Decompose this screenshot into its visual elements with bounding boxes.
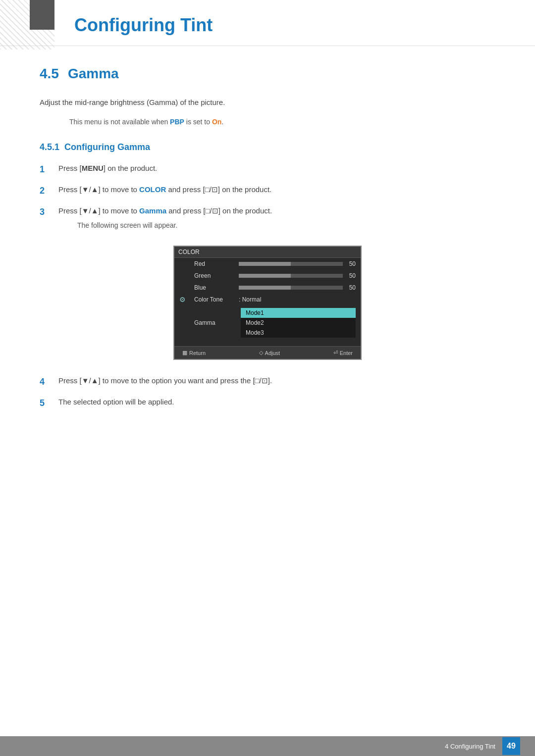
step-1-text: Press [MENU] on the product.	[58, 162, 495, 174]
subsection-heading: 4.5.1 Configuring Gamma	[40, 142, 495, 152]
return-label: Return	[189, 350, 206, 356]
main-content: 4.5Gamma Adjust the mid-range brightness…	[0, 56, 535, 460]
note-prefix: This menu is not available when	[69, 118, 170, 126]
step-2-number: 2	[40, 184, 54, 198]
settings-icon: ⚙	[179, 296, 186, 303]
monitor-bar-green-fill	[239, 274, 291, 278]
steps-after-list: 4 Press [▼/▲] to move to the option you …	[40, 375, 495, 410]
monitor-bar-blue-fill	[239, 286, 291, 290]
step-5-text: The selected option will be applied.	[58, 396, 495, 408]
step-2-text: Press [▼/▲] to move to COLOR and press […	[58, 184, 495, 196]
subsection-title: Configuring Gamma	[64, 142, 150, 152]
step-1: 1 Press [MENU] on the product.	[40, 162, 495, 177]
step-4-text: Press [▼/▲] to move to the option you wa…	[58, 375, 495, 387]
monitor-row-colortone: ⚙ Color Tone : Normal	[174, 294, 361, 305]
note-on: On	[212, 118, 221, 126]
step-5: 5 The selected option will be applied.	[40, 396, 495, 410]
monitor-dropdown-mode1: Mode1	[241, 308, 356, 318]
monitor-label-red: Red	[194, 260, 239, 267]
steps-list: 1 Press [MENU] on the product. 2 Press […	[40, 162, 495, 236]
monitor-title-bar: COLOR	[174, 247, 361, 258]
monitor-row-gamma: Gamma Mode1 Mode2 Mode3	[174, 305, 361, 340]
monitor-bar-green-num: 50	[346, 272, 356, 279]
section-number: 4.5	[40, 66, 59, 81]
monitor-mockup: COLOR Red 50 Green	[173, 246, 362, 360]
step-4: 4 Press [▼/▲] to move to the option you …	[40, 375, 495, 389]
monitor-label-green: Green	[194, 272, 239, 279]
monitor-bar-green: 50	[239, 272, 356, 279]
monitor-dropdown-mode3: Mode3	[241, 328, 356, 338]
monitor-row-blue: Blue 50	[174, 282, 361, 294]
monitor-value-colortone: : Normal	[239, 296, 356, 303]
monitor-title: COLOR	[178, 249, 200, 255]
subsection-number: 4.5.1	[40, 142, 59, 152]
note-pbp: PBP	[170, 118, 184, 126]
monitor-footer-enter: ⏎ Enter	[333, 350, 353, 356]
monitor-dropdown-gamma: Mode1 Mode2 Mode3	[241, 308, 356, 338]
monitor-label-blue: Blue	[194, 284, 239, 291]
page-title-area: Configuring Tint	[0, 0, 535, 46]
step-3-number: 3	[40, 205, 54, 219]
step-4-number: 4	[40, 375, 54, 389]
monitor-bar-red-num: 50	[346, 260, 356, 267]
note-suffix: .	[221, 118, 223, 126]
monitor-row-green: Green 50	[174, 270, 361, 282]
note-middle: is set to	[184, 118, 212, 126]
monitor-footer-return: ▦ Return	[182, 350, 206, 356]
footer-section-label: 4 Configuring Tint	[445, 743, 495, 750]
page-footer: 4 Configuring Tint 49	[0, 736, 535, 756]
monitor-body: Red 50 Green 50	[174, 258, 361, 346]
section-description: Adjust the mid-range brightness (Gamma) …	[40, 97, 495, 108]
monitor-bar-blue: 50	[239, 284, 356, 291]
step-2: 2 Press [▼/▲] to move to COLOR and press…	[40, 184, 495, 198]
section-title: Gamma	[68, 66, 119, 81]
monitor-footer: ▦ Return ◇ Adjust ⏎ Enter	[174, 346, 361, 359]
monitor-bar-blue-track	[239, 286, 343, 290]
adjust-label: Adjust	[265, 350, 280, 356]
adjust-icon: ◇	[259, 350, 263, 356]
enter-label: Enter	[340, 350, 353, 356]
monitor-bar-green-track	[239, 274, 343, 278]
return-icon: ▦	[182, 350, 187, 356]
step-3-inline-note: The following screen will appear.	[77, 220, 495, 231]
monitor-dropdown-mode2: Mode2	[241, 318, 356, 328]
monitor-row-red: Red 50	[174, 258, 361, 270]
enter-icon: ⏎	[333, 350, 338, 356]
monitor-mockup-wrapper: COLOR Red 50 Green	[40, 246, 495, 360]
monitor-footer-adjust: ◇ Adjust	[259, 350, 280, 356]
step-3-text: Press [▼/▲] to move to Gamma and press […	[58, 205, 495, 236]
monitor-label-gamma: Gamma	[194, 319, 239, 326]
monitor-bar-blue-num: 50	[346, 284, 356, 291]
top-decoration-block	[30, 0, 54, 30]
monitor-bar-red: 50	[239, 260, 356, 267]
section-heading: 4.5Gamma	[40, 66, 495, 84]
step-5-number: 5	[40, 396, 54, 410]
monitor-bar-red-fill	[239, 262, 291, 266]
step-3: 3 Press [▼/▲] to move to Gamma and press…	[40, 205, 495, 236]
monitor-label-colortone: Color Tone	[194, 296, 239, 303]
step-1-number: 1	[40, 162, 54, 177]
monitor-bar-red-track	[239, 262, 343, 266]
monitor-spacer	[174, 340, 361, 346]
footer-page-number: 49	[502, 737, 520, 755]
section-note: This menu is not available when PBP is s…	[69, 116, 495, 127]
page-title: Configuring Tint	[74, 15, 495, 36]
